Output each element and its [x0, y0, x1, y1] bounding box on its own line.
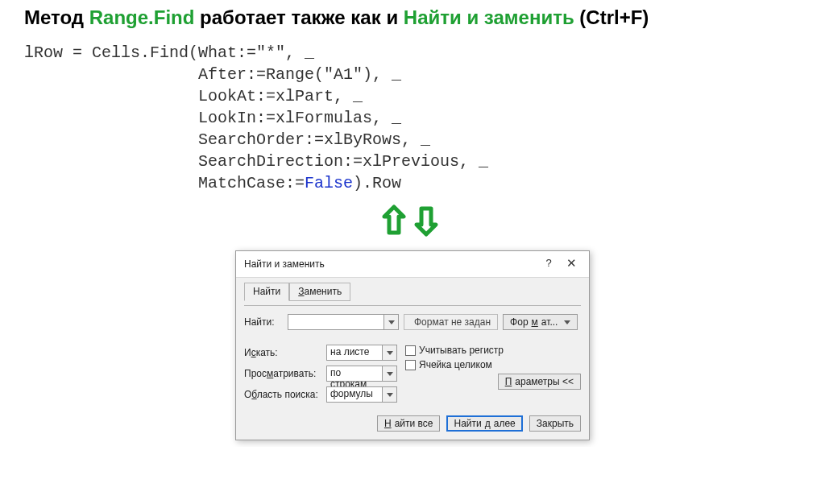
area-lbl-pre: О	[244, 389, 251, 400]
format-btn-pre: Фор	[510, 316, 528, 328]
search-lbl-post: кать:	[256, 347, 278, 358]
heading-rangefind: Range.Find	[89, 6, 195, 28]
tab-find-label: Найти	[253, 286, 280, 297]
chk-case-u: У	[419, 345, 425, 356]
search-order-value: по строкам	[326, 366, 383, 382]
heading-part1: Метод	[24, 6, 89, 28]
find-next-post: алее	[494, 418, 516, 429]
search-scope-value: на листе	[326, 345, 383, 361]
code-l3: LookAt:=xlPart, _	[24, 87, 363, 105]
close-icon[interactable]: ✕	[560, 256, 582, 272]
search-order-label: Просматривать:	[244, 368, 321, 379]
find-next-u: д	[485, 418, 491, 429]
find-all-rest: айти все	[395, 418, 433, 429]
format-button[interactable]: Формат...	[503, 314, 578, 330]
chk-case-rest: читывать регистр	[425, 345, 504, 356]
find-what-dropdown[interactable]	[384, 314, 399, 330]
match-whole-cell-checkbox[interactable]: Ячейка целиком	[405, 359, 581, 370]
chk-whole-pre: Я	[419, 359, 426, 370]
tab-replace-u: З	[298, 286, 304, 297]
view-lbl-pre: Прос	[244, 368, 267, 379]
code-l2a: After:=Range(	[24, 65, 324, 84]
tabs-separator	[244, 305, 581, 306]
lookin-value: формулы	[326, 386, 383, 403]
help-button[interactable]: ?	[537, 256, 560, 272]
dialog-title: Найти и заменить	[244, 258, 537, 270]
dialog-tabs: Найти Заменить	[244, 283, 581, 301]
area-lbl-post: ласть поиска:	[257, 389, 318, 400]
find-what-input[interactable]	[288, 314, 384, 330]
chevron-down-icon	[387, 372, 393, 376]
match-case-checkbox[interactable]: Учитывать регистр	[405, 345, 581, 356]
params-u: П	[505, 376, 512, 387]
parameters-button[interactable]: Параметры <<	[498, 374, 581, 390]
code-l2b: ), _	[363, 65, 401, 84]
find-all-button[interactable]: Найти все	[377, 415, 441, 432]
lookin-dropdown[interactable]	[383, 386, 397, 403]
code-l6: SearchDirection:=xlPrevious, _	[24, 152, 488, 171]
lookin-combo[interactable]: формулы	[326, 386, 397, 403]
search-order-dropdown[interactable]	[383, 366, 397, 382]
search-scope-combo[interactable]: на листе	[326, 345, 397, 361]
search-scope-dropdown[interactable]	[383, 345, 397, 361]
tab-replace[interactable]: Заменить	[289, 283, 350, 301]
code-l1a: lRow = Cells.Find(What:=	[24, 43, 256, 62]
format-state-label: Формат не задан	[404, 314, 498, 330]
close-button[interactable]: Закрыть	[529, 415, 581, 432]
code-l7a: MatchCase:=	[24, 174, 305, 192]
format-btn-post: ат...	[541, 316, 558, 328]
find-all-u: Н	[384, 418, 392, 429]
arrows-illustration	[24, 200, 801, 244]
find-what-label: Найти:	[244, 316, 283, 328]
checkbox-icon	[405, 345, 416, 356]
tab-find[interactable]: Найти	[244, 283, 289, 301]
code-l4: LookIn:=xlFormulas, _	[24, 109, 401, 127]
chevron-down-icon	[388, 320, 395, 324]
page-title: Метод Range.Find работает также как и На…	[24, 6, 801, 29]
tab-replace-rest: аменить	[305, 286, 342, 297]
checkbox-icon	[405, 360, 416, 370]
search-label: Искать:	[244, 347, 321, 358]
find-next-pre: Найти	[454, 418, 481, 429]
find-replace-dialog: Найти и заменить ? ✕ Найти Заменить Найт…	[235, 250, 590, 440]
code-l1-str: "*"	[256, 43, 285, 62]
chevron-down-icon	[387, 351, 393, 355]
vba-code-block: lRow = Cells.Find(What:="*", _ After:=Ra…	[24, 42, 801, 194]
chevron-down-icon	[387, 393, 393, 397]
view-lbl-u: м	[267, 368, 273, 379]
code-l5: SearchOrder:=xlByRows, _	[24, 130, 430, 149]
close-btn-label: Закрыть	[537, 418, 574, 429]
dialog-titlebar: Найти и заменить ? ✕	[236, 251, 589, 278]
format-btn-u: м	[532, 316, 538, 328]
code-l7b: ).Row	[353, 174, 401, 192]
search-order-combo[interactable]: по строкам	[326, 366, 397, 382]
find-next-button[interactable]: Найти далее	[446, 415, 522, 432]
heading-findreplace: Найти и заменить	[404, 6, 574, 28]
view-lbl-post: атривать:	[273, 368, 316, 379]
search-lbl-pre: И	[244, 347, 251, 358]
code-l2-str: "A1"	[324, 65, 363, 84]
heading-part2: работает также как и	[194, 6, 403, 28]
code-l1b: , _	[285, 43, 314, 62]
lookin-label: Область поиска:	[244, 389, 321, 400]
code-l7-kw: False	[305, 174, 353, 192]
chevron-down-icon	[564, 320, 570, 324]
heading-part3: (Ctrl+F)	[574, 6, 649, 28]
params-rest: араметры <<	[515, 376, 574, 387]
find-what-combo[interactable]	[288, 314, 399, 330]
chk-whole-post: ейка целиком	[431, 359, 492, 370]
